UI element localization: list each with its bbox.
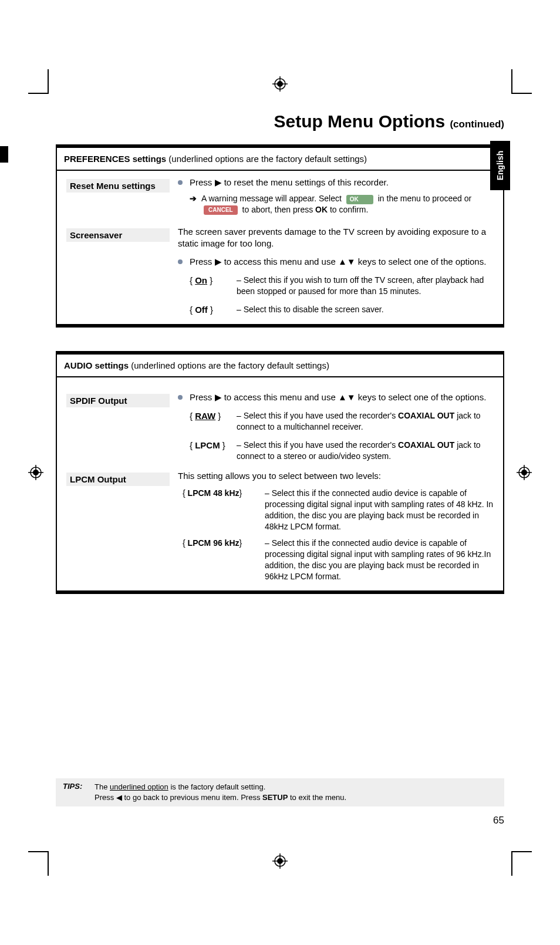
screensaver-row: Screensaver The screen saver prevents da… [57, 224, 503, 324]
option-lpcm48: { LPCM 48 kHz} – Select this if the conn… [183, 488, 497, 532]
lpcm-output-label: LPCM Output [66, 473, 170, 486]
bullet-icon [178, 395, 183, 400]
tips-line2: Press ◀ to go back to previous menu item… [95, 792, 497, 803]
screensaver-intro: The screen saver prevents damage to the … [178, 226, 497, 250]
play-left-icon: ◀ [116, 793, 122, 802]
spdif-access: Press ▶ to access this menu and use ▲▼ k… [190, 392, 486, 403]
crop-mark [28, 93, 48, 94]
registration-mark-icon [272, 853, 288, 869]
language-tab: English [490, 141, 510, 190]
page-title: Setup Menu Options (continued) [56, 112, 504, 131]
up-icon: ▲ [338, 392, 347, 402]
screensaver-label: Screensaver [66, 228, 170, 242]
crop-mark [511, 851, 512, 876]
crop-mark [28, 851, 48, 852]
edge-bar [0, 146, 8, 163]
page-number: 65 [493, 815, 504, 826]
bullet-icon [178, 180, 183, 185]
play-right-icon: ▶ [215, 177, 222, 187]
play-right-icon: ▶ [215, 392, 222, 402]
registration-mark-icon [272, 76, 288, 92]
audio-box: AUDIO settings (underlined options are t… [56, 351, 504, 594]
up-icon: ▲ [338, 256, 347, 266]
crop-mark [511, 69, 512, 94]
preferences-header-rest: (underlined options are the factory defa… [166, 154, 367, 164]
screensaver-access: Press ▶ to access this menu and use ▲▼ k… [190, 256, 486, 268]
registration-mark-icon [28, 465, 43, 480]
option-off: { Off } – Select this to disable the scr… [190, 304, 497, 316]
cancel-pill: CANCEL [204, 205, 238, 215]
audio-header-rest: (underlined options are the factory defa… [129, 360, 329, 370]
option-raw: { RAW } – Select this if you have used t… [190, 410, 497, 433]
preferences-header: PREFERENCES settings (underlined options… [57, 148, 503, 171]
tips-label: TIPS: [63, 782, 95, 803]
tips-bar: TIPS: The underlined option is the facto… [56, 778, 504, 806]
spdif-label: SPDIF Output [66, 394, 170, 407]
reset-row: Reset Menu settings Press ▶ to reset the… [57, 171, 503, 224]
title-main: Setup Menu Options [274, 112, 445, 131]
preferences-box: PREFERENCES settings (underlined options… [56, 144, 504, 328]
crop-mark [512, 851, 532, 852]
registration-mark-icon [517, 465, 532, 480]
option-lpcm: { LPCM } – Select this if you have used … [190, 440, 497, 462]
play-right-icon: ▶ [215, 256, 222, 266]
title-sub: (continued) [450, 119, 504, 130]
preferences-header-bold: PREFERENCES settings [64, 154, 166, 164]
crop-mark [48, 69, 49, 94]
option-lpcm96: { LPCM 96 kHz} – Select this if the conn… [183, 538, 497, 582]
spdif-row: SPDIF Output Press ▶ to access this menu… [57, 377, 503, 470]
option-on: { On } – Select this if you wish to turn… [190, 275, 497, 297]
tips-line1: The underlined option is the factory def… [95, 782, 497, 792]
reset-label: Reset Menu settings [66, 179, 170, 193]
crop-mark [48, 851, 49, 876]
crop-mark [512, 93, 532, 94]
down-icon: ▼ [347, 392, 356, 402]
reset-line1: Press ▶ to reset the menu settings of th… [190, 177, 389, 188]
reset-warning: ➔ A warning message will appear. Select … [190, 193, 497, 215]
lpcm-intro: This setting allows you to select betwee… [178, 470, 497, 482]
down-icon: ▼ [347, 256, 356, 266]
language-label: English [495, 151, 505, 181]
ok-pill: OK [346, 195, 373, 204]
bullet-icon [178, 259, 183, 264]
lpcm-output-row: LPCM Output This setting allows you to s… [57, 470, 503, 590]
audio-header-bold: AUDIO settings [64, 360, 129, 370]
arrow-right-icon: ➔ [190, 193, 197, 215]
audio-header: AUDIO settings (underlined options are t… [57, 355, 503, 377]
